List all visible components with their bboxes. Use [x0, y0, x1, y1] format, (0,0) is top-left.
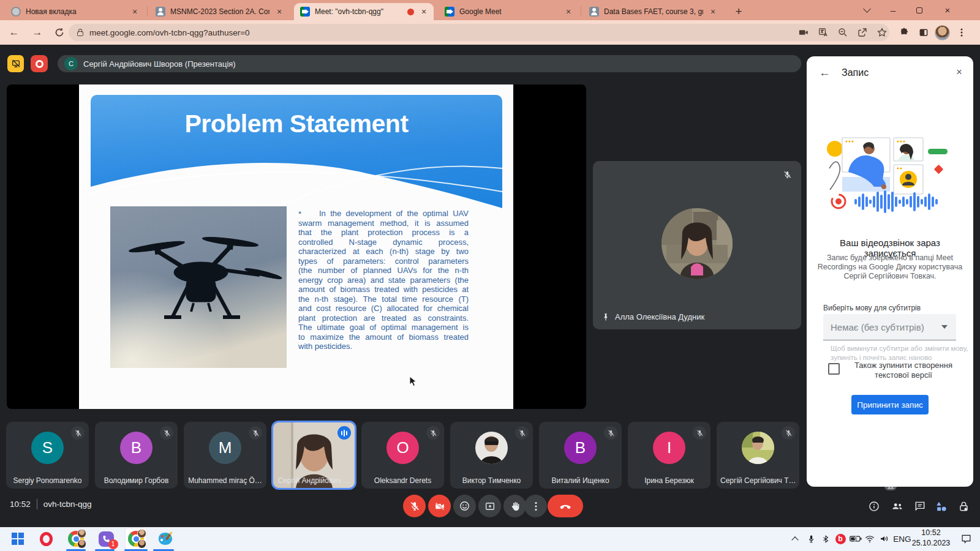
reload-button[interactable] — [51, 24, 67, 40]
tab-recording-indicator-icon — [407, 9, 414, 15]
participant-tile[interactable]: S Sergiy Ponomarenko — [6, 422, 89, 489]
window-close-button[interactable]: × — [935, 0, 960, 20]
window-menu-chevron-icon[interactable] — [854, 0, 879, 20]
taskbar-chrome-icon[interactable] — [66, 528, 86, 549]
address-bar[interactable]: meet.google.com/ovh-tcbn-qgg?authuser=0 — [69, 24, 889, 41]
more-options-button[interactable] — [524, 495, 547, 517]
meeting-details-button[interactable] — [867, 499, 881, 514]
participant-avatar: S — [31, 432, 64, 464]
pinned-participant-tile[interactable]: Алла Олексіївна Дудник — [593, 161, 801, 329]
end-call-button[interactable] — [548, 495, 583, 517]
tab-title: Новая вкладка — [26, 7, 125, 16]
tray-wifi-icon[interactable] — [864, 528, 876, 549]
taskbar-viber-icon[interactable]: 1 — [96, 528, 116, 549]
taskbar-opera-icon[interactable] — [36, 528, 56, 549]
mic-off-icon — [249, 426, 262, 440]
avatar-photo — [935, 25, 950, 40]
tab-close-icon[interactable]: × — [564, 7, 573, 17]
activities-button[interactable] — [934, 499, 949, 514]
person-favicon-icon — [589, 7, 599, 17]
browser-menu-icon[interactable] — [953, 24, 970, 41]
mic-button[interactable] — [403, 495, 426, 517]
windows-taskbar — [0, 527, 980, 551]
taskbar-chrome-active-icon[interactable] — [126, 528, 146, 549]
translate-icon[interactable] — [815, 24, 832, 41]
raise-hand-button[interactable] — [503, 495, 526, 517]
reload-icon — [55, 28, 64, 37]
side-panel-icon[interactable] — [915, 24, 932, 41]
participants-button[interactable] — [890, 499, 905, 514]
tab-title: Data Bases FAET, course 3, grou — [604, 7, 703, 16]
tab-databases[interactable]: Data Bases FAET, course 3, grou × — [583, 3, 723, 20]
tab-separator — [581, 6, 581, 16]
window-maximize-button[interactable] — [907, 0, 932, 20]
dropdown-arrow-icon — [941, 325, 948, 329]
participant-tile[interactable]: M Muhammed miraç Ö… — [184, 422, 266, 489]
taskbar-paint-icon[interactable] — [155, 528, 176, 549]
tab-close-icon[interactable]: × — [130, 7, 140, 17]
participant-tile[interactable]: І Ірина Березюк — [628, 422, 710, 489]
new-tab-button[interactable]: + — [730, 3, 747, 20]
mic-off-icon — [160, 426, 173, 440]
extensions-icon[interactable] — [895, 24, 913, 41]
participant-photo — [475, 432, 508, 464]
stop-transcript-row: Також зупинити створення текстової версі… — [828, 361, 952, 380]
person-favicon-icon — [156, 7, 165, 17]
tray-notification-icon[interactable] — [959, 528, 973, 549]
tab-close-icon[interactable]: × — [708, 7, 718, 17]
camera-button[interactable] — [428, 495, 451, 517]
camera-permission-icon[interactable] — [795, 24, 812, 41]
drone-photo — [110, 206, 287, 368]
tray-battery-icon[interactable] — [849, 528, 862, 549]
lock-icon — [958, 501, 970, 512]
profile-avatar[interactable] — [933, 24, 951, 41]
tab-title: MSNMC-2023 Section 2A. Contr — [170, 7, 270, 16]
bookmark-star-icon[interactable] — [873, 24, 891, 41]
host-controls-button[interactable] — [956, 499, 971, 514]
tab-msnmc[interactable]: MSNMC-2023 Section 2A. Contr × — [149, 3, 289, 20]
clock-time: 10:52 — [10, 500, 31, 509]
tab-close-icon[interactable]: × — [274, 7, 284, 17]
participant-name: Виктор Тимченко — [454, 476, 529, 485]
participant-tile-speaking[interactable]: Сергій Андрійович … — [273, 422, 355, 489]
participant-tile[interactable]: Виктор Тимченко — [450, 422, 533, 489]
participant-tile[interactable]: В Виталий Ищенко — [539, 422, 622, 489]
chat-icon — [914, 500, 926, 512]
presentation-warning-button[interactable] — [7, 55, 24, 72]
zoom-icon[interactable] — [834, 24, 851, 41]
panel-back-icon[interactable]: ← — [819, 66, 831, 80]
url-text: meet.google.com/ovh-tcbn-qgg?authuser=0 — [89, 28, 250, 37]
stop-recording-button[interactable]: Припинити запис — [851, 395, 929, 414]
share-icon[interactable] — [854, 24, 871, 41]
reactions-button[interactable] — [453, 495, 476, 517]
meet-favicon-icon — [445, 7, 454, 17]
back-button[interactable]: ← — [6, 24, 22, 40]
recording-indicator-button[interactable] — [31, 55, 48, 72]
tray-bluetooth-icon[interactable] — [820, 528, 832, 549]
presenter-chip[interactable]: C Сергій Андрійович Шворов (Презентація) — [58, 55, 801, 72]
start-button[interactable] — [7, 528, 28, 549]
participant-avatar: В — [564, 432, 597, 464]
tab-title: Meet: "ovh-tcbn-qgg" — [315, 7, 402, 16]
present-button[interactable] — [478, 495, 501, 517]
forward-button[interactable]: → — [29, 24, 45, 40]
tab-meet-active[interactable]: Meet: "ovh-tcbn-qgg" × — [294, 3, 434, 20]
tray-beats-icon[interactable]: b — [834, 528, 846, 549]
tray-expand-chevron-icon[interactable] — [789, 528, 801, 549]
window-minimize-button[interactable]: – — [881, 0, 905, 20]
chat-button[interactable] — [913, 499, 927, 514]
stop-transcript-checkbox[interactable] — [828, 363, 840, 375]
participant-tile[interactable]: O Oleksandr Derets — [361, 422, 444, 489]
tab-close-icon[interactable]: × — [419, 7, 429, 17]
participant-tile[interactable]: Сергій Сергійович Т… — [717, 422, 799, 489]
tray-volume-icon[interactable] — [878, 528, 891, 549]
tray-mic-icon[interactable] — [805, 528, 817, 549]
participant-tile[interactable]: В Володимир Горбов — [95, 422, 178, 489]
tab-google-meet[interactable]: Google Meet × — [439, 3, 578, 20]
tab-new-tab[interactable]: Новая вкладка × — [5, 3, 145, 20]
slide-title: Problem Statement — [91, 110, 502, 138]
tray-clock[interactable]: 10:52 25.10.2023 — [905, 528, 957, 549]
subtitle-language-select[interactable]: Немає (без субтитрів) — [823, 314, 956, 340]
presentation-stage: Problem Statement — [7, 84, 586, 409]
panel-close-icon[interactable]: × — [956, 66, 962, 78]
